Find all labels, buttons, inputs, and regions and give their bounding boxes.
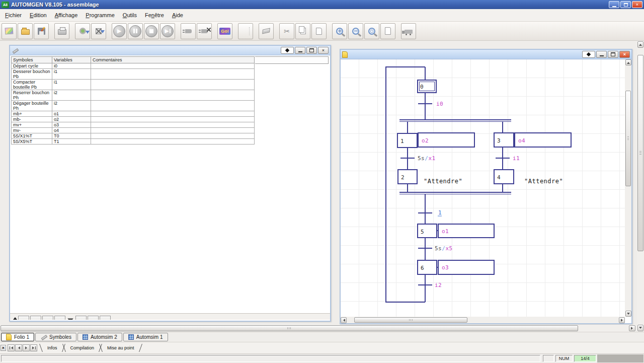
column-header-commentaires[interactable]: Commentaires	[91, 57, 255, 63]
symbol-cell[interactable]: mb+	[12, 111, 52, 117]
scroll-thumb[interactable]	[637, 55, 643, 251]
erase-button[interactable]	[259, 23, 274, 39]
variable-cell[interactable]: i2	[52, 90, 91, 101]
variable-cell[interactable]: i1	[52, 80, 91, 90]
scroll-thumb[interactable]	[625, 91, 631, 186]
stop-button[interactable]	[144, 23, 159, 39]
comment-cell[interactable]	[91, 90, 255, 101]
comment-cell[interactable]	[91, 101, 255, 111]
minimize-button[interactable]	[609, 1, 619, 8]
comment-cell[interactable]	[91, 117, 255, 122]
folio-vertical-scrollbar[interactable]	[625, 59, 631, 317]
mini-button[interactable]	[54, 316, 65, 320]
folio-window-titlebar[interactable]: ×	[341, 50, 631, 59]
variable-cell[interactable]: o2	[52, 117, 91, 122]
nav-next-button[interactable]	[23, 344, 30, 351]
restore-button[interactable]	[620, 1, 631, 8]
column-header-variables[interactable]: Variables	[52, 57, 91, 63]
column-header-symboles[interactable]: Symboles	[12, 57, 52, 63]
variable-cell[interactable]: o4	[52, 128, 91, 133]
zoom-in-button[interactable]	[332, 23, 347, 39]
comment-cell[interactable]	[91, 69, 255, 80]
nav-first-button[interactable]	[8, 344, 15, 351]
variable-cell[interactable]: T0	[52, 133, 91, 139]
symbol-cell[interactable]: Dégager bouteille Ph	[12, 101, 52, 111]
scroll-down-button[interactable]	[625, 311, 631, 317]
select-mode-button[interactable]	[238, 23, 253, 39]
comment-cell[interactable]	[91, 139, 255, 144]
workspace-vertical-scrollbar[interactable]	[637, 41, 644, 332]
grafcet-canvas[interactable]: 0 1 3 2 4 5 6 i0 5s/x1 i1 1 5s/x5	[341, 59, 625, 317]
menu-edition[interactable]: Edition	[26, 9, 51, 22]
folio-close-button[interactable]: ×	[619, 51, 630, 58]
tab-automsim-2[interactable]: Automsim 2	[77, 333, 122, 341]
symbol-cell[interactable]: mv-	[12, 128, 52, 133]
symbols-maximize-button[interactable]	[306, 47, 317, 54]
folio-horizontal-scrollbar[interactable]	[341, 317, 625, 323]
save-button[interactable]	[34, 23, 49, 39]
tab-mise-au-point[interactable]: Mise au point	[101, 344, 141, 352]
comment-cell[interactable]	[91, 63, 255, 69]
folio-maximize-button[interactable]	[608, 51, 618, 58]
tab-symboles[interactable]: Symboles	[35, 333, 76, 341]
step-button[interactable]: ▶	[160, 23, 175, 39]
scroll-right-button[interactable]	[619, 317, 625, 323]
comment-cell[interactable]	[91, 133, 255, 139]
comment-cell[interactable]	[91, 122, 255, 128]
menu-fenetre[interactable]: Fenêtre	[141, 9, 168, 22]
variable-cell[interactable]: T1	[52, 139, 91, 144]
menu-outils[interactable]: Outils	[119, 9, 141, 22]
scroll-up-button[interactable]	[637, 41, 643, 48]
symbols-window-titlebar[interactable]: ×	[10, 46, 330, 55]
symbols-minimize-button[interactable]	[295, 47, 305, 54]
variable-cell[interactable]: i2	[52, 101, 91, 111]
connect-button[interactable]	[181, 23, 196, 39]
new-folio-button[interactable]	[380, 23, 395, 39]
folio-pin-button[interactable]	[582, 51, 595, 58]
variable-cell[interactable]: o1	[52, 111, 91, 117]
go-button[interactable]: Go!	[217, 23, 232, 39]
scroll-up-button[interactable]	[625, 59, 631, 65]
workspace-horizontal-scrollbar[interactable]	[0, 325, 636, 332]
mini-button[interactable]	[18, 316, 29, 320]
symbol-cell[interactable]: 5S/X1%T	[12, 133, 52, 139]
print-button[interactable]	[54, 23, 69, 39]
mini-button[interactable]	[75, 316, 87, 320]
mini-button[interactable]	[88, 316, 99, 320]
symbol-cell[interactable]: Reserrer bouchon Ph	[12, 90, 52, 101]
collapse-icon[interactable]	[13, 315, 17, 320]
menu-aide[interactable]: Aide	[168, 9, 187, 22]
mini-button[interactable]	[100, 316, 111, 320]
open-button[interactable]	[18, 23, 33, 39]
variable-cell[interactable]: o3	[52, 122, 91, 128]
symbol-cell[interactable]: mb-	[12, 117, 52, 122]
scroll-thumb[interactable]	[354, 317, 467, 323]
paste-button[interactable]	[311, 23, 327, 39]
disconnect-button[interactable]	[197, 23, 212, 39]
zoom-fit-button[interactable]	[364, 23, 379, 39]
nav-previous-button[interactable]	[15, 344, 22, 351]
scroll-right-button[interactable]	[629, 325, 635, 331]
tab-folio-1[interactable]: Folio 1	[1, 333, 34, 341]
tab-automsim-1[interactable]: Automsim 1	[123, 333, 168, 341]
new-document-button[interactable]	[2, 23, 17, 39]
symbol-cell[interactable]: Départ cycle	[12, 63, 52, 69]
symbol-cell[interactable]: mv+	[12, 122, 52, 128]
zoom-out-button[interactable]	[348, 23, 363, 39]
symbols-pin-button[interactable]	[281, 47, 294, 54]
copy-button[interactable]	[295, 23, 310, 39]
symbol-cell[interactable]: Compacter bouteille Pb	[12, 80, 52, 90]
compile-stop-download-button[interactable]	[91, 23, 106, 39]
variable-cell[interactable]: i1	[52, 69, 91, 80]
symbol-cell[interactable]: Desserer bouchon Pb	[12, 69, 52, 80]
mini-button[interactable]	[42, 316, 53, 320]
variable-cell[interactable]: i0	[52, 63, 91, 69]
close-button[interactable]: ×	[632, 1, 642, 8]
mini-dropdown-icon[interactable]	[66, 316, 74, 320]
nav-last-button[interactable]	[30, 344, 37, 351]
mini-button[interactable]	[30, 316, 41, 320]
menu-programme[interactable]: Programme	[82, 9, 118, 22]
pause-button[interactable]	[128, 23, 143, 39]
transfer-button[interactable]	[401, 23, 416, 39]
comment-cell[interactable]	[91, 111, 255, 117]
